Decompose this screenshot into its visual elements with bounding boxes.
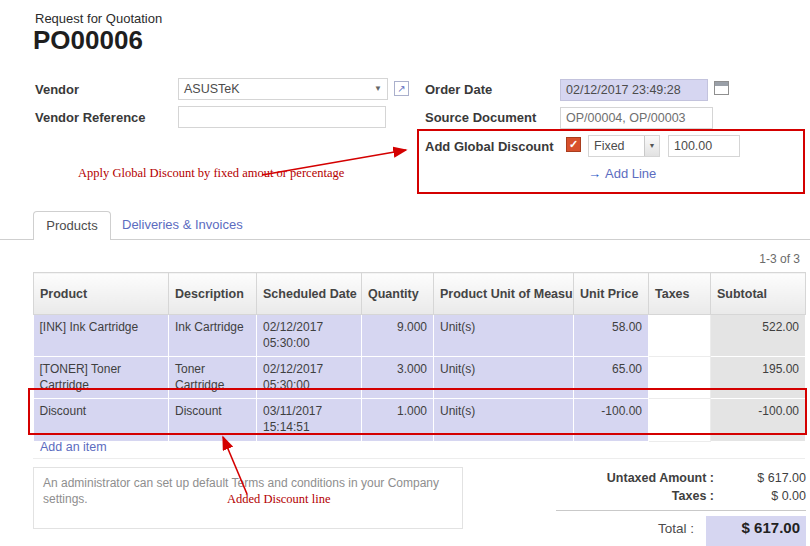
cell-product[interactable]: [INK] Ink Cartridge <box>34 315 169 357</box>
pager: 1-3 of 3 <box>759 252 800 266</box>
source-document-label: Source Document <box>425 110 536 125</box>
cell-taxes[interactable] <box>649 315 711 357</box>
order-lines-table: Product Description Scheduled Date Quant… <box>33 272 806 442</box>
table-row-discount[interactable]: Discount Discount 03/11/2017 15:14:51 1.… <box>34 399 806 441</box>
total-label: Total : <box>556 521 706 536</box>
vendor-select[interactable]: ASUSTeK ▼ <box>178 78 388 100</box>
totals-divider <box>556 510 806 511</box>
tab-deliveries-invoices[interactable]: Deliveries & Invoices <box>122 217 243 232</box>
table-row[interactable]: [INK] Ink Cartridge Ink Cartridge 02/12/… <box>34 315 806 357</box>
cell-product[interactable]: [TONER] Toner Cartridge <box>34 357 169 399</box>
add-line-arrow-icon: → <box>588 166 601 181</box>
order-date-input[interactable]: 02/12/2017 23:49:28 <box>560 79 708 101</box>
col-quantity[interactable]: Quantity <box>362 273 434 315</box>
table-header-row: Product Description Scheduled Date Quant… <box>34 273 806 315</box>
cell-quantity[interactable]: 3.000 <box>362 357 434 399</box>
cell-uom[interactable]: Unit(s) <box>434 399 574 441</box>
global-discount-label: Add Global Discount <box>425 139 554 154</box>
untaxed-row: Untaxed Amount : $ 617.00 <box>556 471 806 485</box>
cell-unit-price[interactable]: -100.00 <box>574 399 649 441</box>
col-subtotal[interactable]: Subtotal <box>711 273 806 315</box>
vendor-value: ASUSTeK <box>184 82 240 96</box>
cell-description[interactable]: Toner Cartridge <box>169 357 257 399</box>
vendor-reference-label: Vendor Reference <box>35 110 146 125</box>
vendor-reference-input[interactable] <box>178 106 386 128</box>
cell-scheduled-date[interactable]: 02/12/2017 05:30:00 <box>257 357 362 399</box>
taxes-row: Taxes : $ 0.00 <box>556 489 806 503</box>
cell-description[interactable]: Ink Cartridge <box>169 315 257 357</box>
taxes-label: Taxes : <box>556 489 726 503</box>
chevron-down-icon: ▼ <box>374 79 382 99</box>
add-line-label: Add Line <box>605 166 656 181</box>
cell-unit-price[interactable]: 65.00 <box>574 357 649 399</box>
rfq-page: Request for Quotation PO00006 Vendor ASU… <box>0 0 810 546</box>
discount-amount-input[interactable]: 100.00 <box>668 135 740 157</box>
global-discount-checkbox[interactable] <box>566 137 581 152</box>
total-value: $ 617.00 <box>706 516 806 546</box>
vendor-label: Vendor <box>35 82 79 97</box>
untaxed-value: $ 617.00 <box>726 471 806 485</box>
col-taxes[interactable]: Taxes <box>649 273 711 315</box>
chevron-down-icon: ▼ <box>644 136 659 156</box>
col-unit-price[interactable]: Unit Price <box>574 273 649 315</box>
col-uom[interactable]: Product Unit of Measure <box>434 273 574 315</box>
annotation-note-global-discount: Apply Global Discount by fixed amout or … <box>78 166 344 181</box>
cell-quantity[interactable]: 1.000 <box>362 399 434 441</box>
page-title: PO00006 <box>33 25 143 56</box>
tabs-divider <box>0 239 810 240</box>
table-row[interactable]: [TONER] Toner Cartridge Toner Cartridge … <box>34 357 806 399</box>
total-row: Total : $ 617.00 <box>556 516 806 546</box>
cell-subtotal: 522.00 <box>711 315 806 357</box>
cell-unit-price[interactable]: 58.00 <box>574 315 649 357</box>
annotation-note-discount-line: Added Discount line <box>227 492 330 507</box>
order-date-label: Order Date <box>425 82 492 97</box>
col-description[interactable]: Description <box>169 273 257 315</box>
cell-uom[interactable]: Unit(s) <box>434 315 574 357</box>
totals-panel: Untaxed Amount : $ 617.00 Taxes : $ 0.00… <box>556 471 806 546</box>
cell-taxes[interactable] <box>649 357 711 399</box>
calendar-icon[interactable] <box>714 81 729 95</box>
cell-subtotal: -100.00 <box>711 399 806 441</box>
untaxed-label: Untaxed Amount : <box>556 471 726 485</box>
discount-type-value: Fixed <box>594 139 625 153</box>
cell-scheduled-date[interactable]: 03/11/2017 15:14:51 <box>257 399 362 441</box>
cell-quantity[interactable]: 9.000 <box>362 315 434 357</box>
cell-uom[interactable]: Unit(s) <box>434 357 574 399</box>
cell-product[interactable]: Discount <box>34 399 169 441</box>
source-document-input[interactable]: OP/00004, OP/00003 <box>560 107 713 129</box>
breadcrumb: Request for Quotation <box>35 11 162 26</box>
cell-taxes[interactable] <box>649 399 711 441</box>
add-line-link[interactable]: →Add Line <box>588 166 656 181</box>
cell-scheduled-date[interactable]: 02/12/2017 05:30:00 <box>257 315 362 357</box>
cell-subtotal: 195.00 <box>711 357 806 399</box>
discount-type-select[interactable]: Fixed ▼ <box>588 135 660 157</box>
col-product[interactable]: Product <box>34 273 169 315</box>
tab-products[interactable]: Products <box>33 211 111 240</box>
cell-description[interactable]: Discount <box>169 399 257 441</box>
add-an-item-link[interactable]: Add an item <box>33 436 805 459</box>
taxes-value: $ 0.00 <box>726 489 806 503</box>
col-scheduled-date[interactable]: Scheduled Date <box>257 273 362 315</box>
external-link-icon[interactable] <box>394 81 409 96</box>
